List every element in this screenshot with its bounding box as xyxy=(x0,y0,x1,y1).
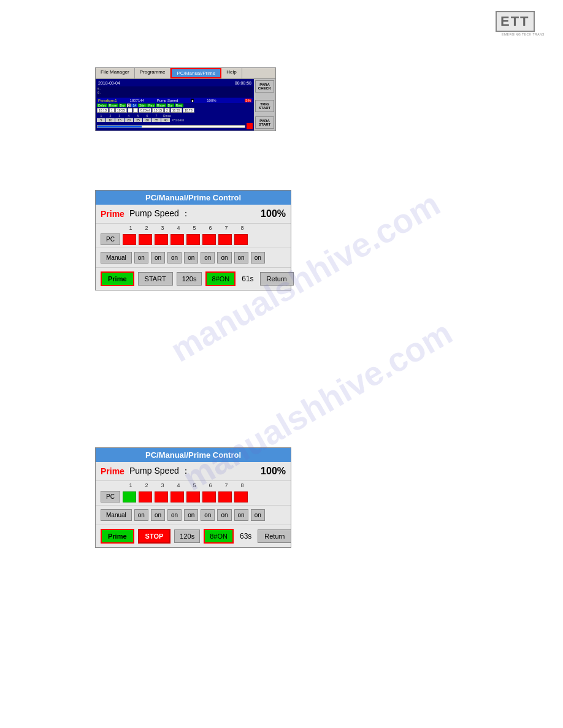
pump-row-1: Prime Pump Speed ： 100% xyxy=(96,205,291,224)
small-screenshot: File Manager Programme PC/Manual/Prime H… xyxy=(95,67,276,131)
small-pump-percent: 100% xyxy=(207,99,216,102)
p-stim: Stim xyxy=(138,104,147,107)
manual-btn-1[interactable]: Manual xyxy=(101,252,132,264)
on-indicator-1[interactable]: 8#ON xyxy=(205,271,236,286)
pc-btn-2[interactable]: PC xyxy=(101,491,120,502)
para-start-btn[interactable]: PARASTART xyxy=(255,116,274,129)
para-check-btn[interactable]: PARACHECK xyxy=(255,80,274,93)
cn7-1: 7 xyxy=(220,225,233,231)
pc-btn-1[interactable]: PC xyxy=(101,233,120,245)
small-paradigm: Paradigm:1 xyxy=(98,99,117,102)
on-btn-7-1[interactable]: on xyxy=(234,252,248,264)
small-id: 1807144 xyxy=(130,99,144,102)
duration-btn-1[interactable]: 120s xyxy=(177,272,202,286)
nh3: 3 xyxy=(115,114,124,118)
manual-row-1: Manual on on on on on on on on xyxy=(96,248,291,268)
v-delay: 10.1S xyxy=(97,108,109,113)
v-dur2: 10.5S xyxy=(170,108,182,113)
nh6: 6 xyxy=(143,114,151,118)
menu-programme[interactable]: Programme xyxy=(135,68,171,78)
ch-btn-6-2[interactable] xyxy=(202,491,216,502)
on-btn-4-1[interactable]: on xyxy=(184,252,198,264)
on-indicator-2[interactable]: 8#ON xyxy=(204,529,234,544)
small-pump-value: ■ xyxy=(191,99,194,102)
ch-btn-5-2[interactable] xyxy=(186,491,200,502)
ch-btn-5-1[interactable] xyxy=(186,234,200,245)
panel2: PC/Manual/Prime Control Prime Pump Speed… xyxy=(95,447,291,548)
time-display-2: 63s xyxy=(237,531,254,542)
v-rinse: 1 xyxy=(109,108,115,113)
ch-btn-2-1[interactable] xyxy=(139,234,152,245)
prime-action-btn-1[interactable]: Prime xyxy=(101,271,134,286)
ch-btn-3-2[interactable] xyxy=(155,491,168,502)
ch-btn-6-1[interactable] xyxy=(202,234,216,245)
nh7: 7 xyxy=(152,114,161,118)
nh2: 2 xyxy=(106,114,115,118)
ch-btn-8-1[interactable] xyxy=(234,234,248,245)
menu-bar: File Manager Programme PC/Manual/Prime H… xyxy=(96,68,275,79)
ch-btn-4-2[interactable] xyxy=(170,491,184,502)
on-btn-5-2[interactable]: on xyxy=(201,509,215,521)
pump-row-2: Prime Pump Speed ： 100% xyxy=(96,462,291,481)
on-btn-1-2[interactable]: on xyxy=(134,509,148,521)
ch-btn-4-1[interactable] xyxy=(170,234,184,245)
start-btn-1[interactable]: START xyxy=(138,272,173,286)
menu-help[interactable]: Help xyxy=(221,68,242,78)
panel2-container: PC/Manual/Prime Control Prime Pump Speed… xyxy=(95,447,291,548)
nv1: 5 xyxy=(97,118,105,122)
p-res: Res xyxy=(147,104,155,107)
ch-btn-7-2[interactable] xyxy=(218,491,232,502)
on-btn-2-2[interactable]: on xyxy=(151,509,165,521)
ch-btn-8-2[interactable] xyxy=(234,491,248,502)
nv4: 20 xyxy=(124,118,133,122)
on-btn-3-2[interactable]: on xyxy=(167,509,182,521)
panel1-header: PC/Manual/Prime Control xyxy=(96,191,291,205)
ch-btn-1-1[interactable] xyxy=(123,234,136,245)
on-btn-1-1[interactable]: on xyxy=(134,252,148,264)
logo-subtitle: EMERGING TECH TRANS xyxy=(496,32,551,36)
on-btn-4-2[interactable]: on xyxy=(184,509,198,521)
ch-btn-1-2[interactable] xyxy=(123,491,136,502)
on-btn-2-1[interactable]: on xyxy=(151,252,165,264)
nv6: 30 xyxy=(143,118,151,122)
panel1-container: PC/Manual/Prime Control Prime Pump Speed… xyxy=(95,190,291,290)
prime-action-btn-2[interactable]: Prime xyxy=(101,529,134,544)
control-row-1: Prime START 120s 8#ON 61s Return xyxy=(96,268,291,290)
menu-pc-manual[interactable]: PC/Manual/Prime xyxy=(170,68,221,78)
ch-btn-3-1[interactable] xyxy=(155,234,168,245)
on-btn-3-1[interactable]: on xyxy=(167,252,182,264)
panel2-header: PC/Manual/Prime Control xyxy=(96,448,291,462)
channel-numbers-row-1: 1 2 3 4 5 6 7 8 xyxy=(96,224,291,231)
v-2 xyxy=(128,108,132,113)
p-delay: Delay xyxy=(97,104,107,107)
on-btn-5-1[interactable]: on xyxy=(201,252,215,264)
duration-btn-2[interactable]: 120s xyxy=(174,529,200,543)
channel-numbers-row-2: 1 2 3 4 5 6 7 8 xyxy=(96,481,291,488)
prime-label-1: Prime xyxy=(101,209,124,219)
small-time: 08:08:58 xyxy=(235,81,251,85)
on-btn-8-1[interactable]: on xyxy=(251,252,265,264)
trig-start-btn[interactable]: TRIGSTART xyxy=(255,100,274,112)
small-progress-fill xyxy=(98,126,142,127)
on-btn-7-2[interactable]: on xyxy=(234,509,248,521)
channel-btns-row-1: PC xyxy=(96,231,291,248)
ch-btn-7-1[interactable] xyxy=(218,234,232,245)
on-btn-6-2[interactable]: on xyxy=(217,509,231,521)
on-btn-8-2[interactable]: on xyxy=(251,509,265,521)
menu-file-manager[interactable]: File Manager xyxy=(96,68,135,78)
nv-rinse-formula: X*0.04ml xyxy=(172,118,184,122)
on-btn-6-1[interactable]: on xyxy=(217,252,231,264)
cn7-2: 7 xyxy=(220,482,233,488)
v-rest: 10.7S xyxy=(183,108,194,113)
nh5: 5 xyxy=(134,114,142,118)
manual-row-2: Manual on on on on on on on on xyxy=(96,506,291,525)
p-hash: 1# xyxy=(131,104,137,107)
stop-btn-2[interactable]: STOP xyxy=(138,529,171,544)
ch-btn-2-2[interactable] xyxy=(139,491,152,502)
manual-btn-2[interactable]: Manual xyxy=(101,509,132,521)
return-btn-2[interactable]: Return xyxy=(258,529,291,543)
nh1: 1 xyxy=(97,114,105,118)
p-rinse: Rinse xyxy=(108,104,118,107)
small-progress-bar xyxy=(97,125,245,128)
return-btn-1[interactable]: Return xyxy=(260,272,294,286)
